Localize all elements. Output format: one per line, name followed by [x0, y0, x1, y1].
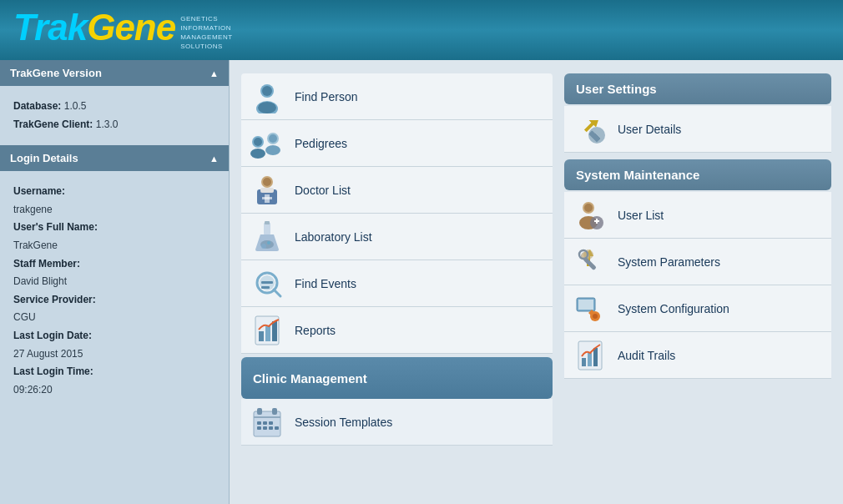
- provider-value: CGU: [13, 311, 36, 323]
- clinic-management-label: Clinic Management: [253, 371, 367, 386]
- system-parameters-label: System Parameters: [618, 255, 720, 269]
- user-settings-label: User Settings: [576, 82, 657, 96]
- svg-point-9: [265, 145, 280, 155]
- reports-item[interactable]: Reports: [241, 307, 553, 354]
- find-events-label: Find Events: [295, 277, 356, 290]
- user-settings-section[interactable]: User Settings: [564, 73, 831, 104]
- svg-point-5: [254, 138, 262, 146]
- svg-point-19: [267, 241, 270, 244]
- svg-point-58: [593, 314, 598, 319]
- svg-point-2: [262, 86, 272, 96]
- svg-rect-42: [275, 426, 279, 430]
- find-events-item[interactable]: Find Events: [241, 260, 553, 307]
- lastlogintime-label: Last Login Time:: [13, 365, 93, 377]
- svg-line-23: [274, 290, 280, 296]
- svg-rect-41: [269, 426, 273, 430]
- pedigrees-icon: [250, 126, 285, 161]
- laboratory-list-label: Laboratory List: [295, 230, 372, 244]
- login-section-header[interactable]: Login Details ▲: [0, 145, 229, 171]
- system-configuration-item[interactable]: System Configuration: [564, 285, 831, 332]
- version-content: Database: 1.0.5 TrakGene Client: 1.3.0: [0, 86, 229, 145]
- svg-point-46: [584, 204, 593, 212]
- version-chevron-icon: ▲: [209, 68, 219, 78]
- logo-subtitle: GENETICSINFORMATIONMANAGEMENTSOLUTIONS: [180, 14, 232, 52]
- system-parameters-item[interactable]: System Parameters: [564, 239, 831, 285]
- login-content: Username:trakgene User's Full Name:TrakG…: [0, 171, 229, 411]
- username-value: trakgene: [13, 204, 53, 215]
- svg-rect-16: [264, 223, 270, 234]
- user-list-label: User List: [618, 209, 664, 222]
- find-person-label: Find Person: [295, 90, 357, 103]
- user-list-icon: [573, 198, 608, 233]
- svg-rect-37: [263, 421, 267, 425]
- provider-label: Service Provider:: [13, 294, 96, 305]
- lastlogintime-value: 09:26:20: [13, 384, 53, 396]
- user-details-item[interactable]: User Details: [564, 106, 831, 153]
- doctor-list-label: Doctor List: [295, 184, 351, 197]
- svg-rect-20: [265, 221, 270, 224]
- svg-rect-56: [578, 300, 593, 310]
- session-templates-item[interactable]: Session Templates: [241, 399, 553, 446]
- audit-trails-label: Audit Trails: [618, 349, 675, 362]
- svg-point-8: [269, 134, 277, 143]
- svg-rect-36: [257, 421, 261, 425]
- svg-point-18: [261, 244, 266, 249]
- reports-label: Reports: [295, 324, 336, 337]
- staff-label: Staff Member:: [13, 258, 80, 270]
- svg-rect-40: [263, 426, 267, 430]
- clinic-management-section[interactable]: Clinic Management: [241, 357, 553, 399]
- database-value: 1.0.5: [64, 100, 87, 112]
- lastlogindate-value: 27 August 2015: [13, 348, 83, 360]
- svg-rect-13: [260, 188, 274, 193]
- system-configuration-label: System Configuration: [618, 302, 729, 315]
- session-templates-icon: [250, 405, 285, 440]
- login-section-label: Login Details: [10, 152, 78, 164]
- system-configuration-icon: [573, 291, 608, 326]
- find-person-item[interactable]: Find Person: [241, 73, 553, 120]
- find-events-icon: [250, 266, 285, 301]
- app-header: TrakGene GENETICSINFORMATIONMANAGEMENTSO…: [0, 0, 843, 60]
- svg-rect-39: [257, 426, 261, 430]
- svg-rect-24: [261, 281, 273, 284]
- svg-rect-61: [582, 358, 586, 366]
- content-area: Find Person Pedigrees: [230, 60, 843, 504]
- logo-trak: Trak: [13, 7, 87, 48]
- svg-rect-29: [265, 326, 270, 341]
- fullname-value: TrakGene: [13, 239, 58, 251]
- system-maintenance-label: System Maintenance: [576, 168, 699, 182]
- pedigrees-item[interactable]: Pedigrees: [241, 120, 553, 167]
- user-details-label: User Details: [618, 123, 681, 136]
- session-templates-label: Session Templates: [295, 416, 392, 429]
- system-maintenance-section[interactable]: System Maintenance: [564, 159, 831, 190]
- system-parameters-icon: [573, 244, 608, 280]
- svg-rect-50: [596, 219, 598, 224]
- svg-rect-34: [272, 408, 277, 415]
- username-label: Username:: [13, 185, 65, 197]
- version-section-label: TrakGene Version: [10, 67, 102, 79]
- find-person-icon: [250, 79, 285, 114]
- pedigrees-label: Pedigrees: [295, 137, 347, 150]
- laboratory-list-item[interactable]: Laboratory List: [241, 214, 553, 260]
- svg-rect-28: [259, 331, 264, 341]
- laboratory-list-icon: [250, 219, 285, 255]
- svg-point-11: [263, 178, 271, 186]
- lastlogindate-label: Last Login Date:: [13, 330, 92, 341]
- sidebar: TrakGene Version ▲ Database: 1.0.5 TrakG…: [0, 60, 230, 504]
- doctor-list-item[interactable]: Doctor List: [241, 167, 553, 214]
- svg-rect-15: [262, 197, 272, 199]
- user-list-item[interactable]: User List: [564, 192, 831, 239]
- reports-icon: [250, 313, 285, 348]
- version-section-header[interactable]: TrakGene Version ▲: [0, 60, 229, 86]
- database-label: Database:: [13, 100, 61, 112]
- svg-rect-62: [588, 353, 592, 366]
- doctor-list-icon: [250, 173, 285, 208]
- audit-trails-item[interactable]: Audit Trails: [564, 332, 831, 379]
- login-chevron-icon: ▲: [209, 154, 219, 164]
- client-value: 1.3.0: [96, 118, 119, 130]
- main-container: TrakGene Version ▲ Database: 1.0.5 TrakG…: [0, 60, 843, 504]
- user-details-icon: [573, 112, 608, 147]
- svg-point-3: [258, 102, 276, 113]
- left-menu: Find Person Pedigrees: [241, 73, 553, 491]
- fullname-label: User's Full Name:: [13, 221, 98, 233]
- client-label: TrakGene Client:: [13, 118, 93, 130]
